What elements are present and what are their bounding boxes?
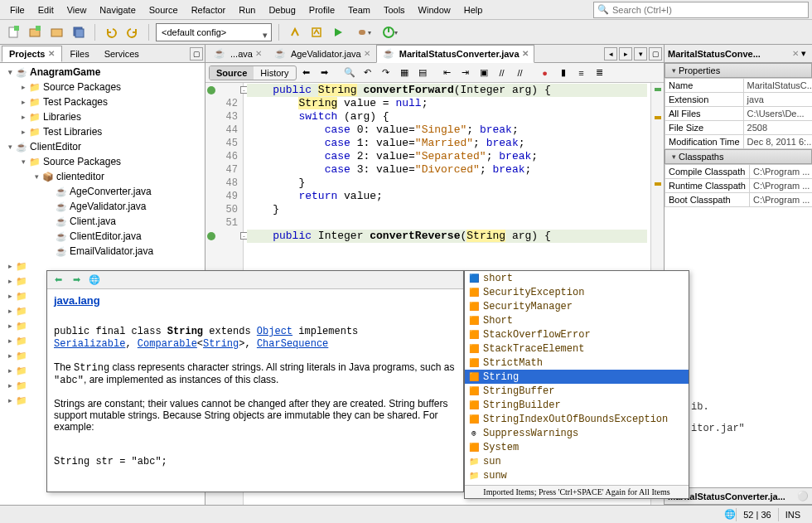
completion-item[interactable]: 🟧StringBuffer bbox=[465, 384, 689, 398]
close-icon[interactable]: ✕ bbox=[364, 49, 370, 58]
profile-button[interactable] bbox=[377, 23, 400, 41]
completion-item[interactable]: 🟧SecurityException bbox=[465, 285, 689, 299]
bookmark-button[interactable]: ▮ bbox=[555, 65, 572, 81]
run-button[interactable] bbox=[329, 23, 347, 41]
object-link[interactable]: Object bbox=[257, 326, 292, 337]
completion-item[interactable]: 🟧StringBuilder bbox=[465, 398, 689, 412]
tree-node[interactable]: ☕ClientEditor.java bbox=[2, 229, 203, 244]
tree-node[interactable]: ▸📁Libraries bbox=[2, 109, 203, 124]
menu-tools[interactable]: Tools bbox=[377, 2, 412, 18]
breakpoint-button[interactable]: ● bbox=[537, 65, 553, 81]
tab-next-button[interactable]: ▸ bbox=[619, 47, 632, 61]
menu-run[interactable]: Run bbox=[232, 2, 262, 18]
tab-max-button[interactable]: ▢ bbox=[649, 47, 662, 61]
global-search[interactable]: 🔍 bbox=[593, 2, 809, 18]
tree-twisty[interactable]: ▾ bbox=[5, 143, 15, 151]
tab-prev-button[interactable]: ◂ bbox=[604, 47, 617, 61]
menu-profile[interactable]: Profile bbox=[302, 2, 341, 18]
property-row[interactable]: Boot ClasspathC:\Program ... bbox=[665, 193, 813, 207]
menu-window[interactable]: Window bbox=[412, 2, 457, 18]
property-row[interactable]: All FilesC:\Users\De... bbox=[665, 107, 813, 121]
comment-button[interactable]: // bbox=[494, 65, 510, 81]
misc-button-2[interactable]: ≣ bbox=[592, 65, 608, 81]
config-select[interactable]: <default config> bbox=[156, 23, 272, 41]
source-history-toggle[interactable]: Source History bbox=[209, 65, 297, 80]
misc-button-1[interactable]: ≡ bbox=[573, 65, 590, 81]
nav-back-button[interactable]: ⬅ bbox=[298, 65, 315, 81]
property-row[interactable]: Modification TimeDec 8, 2011 6:... bbox=[665, 135, 813, 149]
tree-twisty[interactable]: ▸ bbox=[18, 98, 28, 106]
prop-section-header[interactable]: ▾Properties bbox=[665, 63, 812, 78]
completion-item[interactable]: 🟧StrictMath bbox=[465, 356, 689, 370]
code-completion-popup[interactable]: 🟦short🟧SecurityException🟧SecurityManager… bbox=[464, 270, 689, 499]
highlight-button[interactable]: ▦ bbox=[396, 65, 413, 81]
menu-refactor[interactable]: Refactor bbox=[185, 2, 233, 18]
find-button[interactable]: 🔍 bbox=[341, 65, 358, 81]
tree-twisty[interactable]: ▾ bbox=[5, 68, 15, 76]
menu-help[interactable]: Help bbox=[457, 2, 490, 18]
editor-tab[interactable]: ☕MaritalStatusConverter.java✕ bbox=[376, 45, 534, 63]
completion-item[interactable]: 🟦short bbox=[465, 271, 689, 285]
property-row[interactable]: Extensionjava bbox=[665, 93, 813, 107]
close-icon[interactable]: ✕ bbox=[255, 49, 262, 58]
tree-twisty[interactable]: ▸ bbox=[18, 128, 28, 136]
history-tab[interactable]: History bbox=[254, 66, 295, 80]
property-row[interactable]: File Size2508 bbox=[665, 121, 813, 135]
completion-item[interactable]: 🟧SecurityManager bbox=[465, 299, 689, 313]
tree-node[interactable]: ▸📁Test Libraries bbox=[2, 124, 203, 139]
shift-left-button[interactable]: ⇤ bbox=[439, 65, 456, 81]
new-file-button[interactable] bbox=[5, 23, 23, 41]
javadoc-package-link[interactable]: java.lang bbox=[54, 294, 100, 307]
left-tab-projects[interactable]: Projects✕ bbox=[2, 46, 62, 62]
jd-fwd-button[interactable]: ➡ bbox=[69, 273, 84, 288]
open-button[interactable] bbox=[48, 23, 66, 41]
clean-build-button[interactable] bbox=[307, 23, 326, 41]
prop-section-header[interactable]: ▾Classpaths bbox=[665, 149, 812, 164]
comparable-link[interactable]: Comparable bbox=[138, 338, 197, 350]
tree-node[interactable]: ☕EmailValidator.java bbox=[2, 244, 203, 259]
tree-node[interactable]: ▸📁Source Packages bbox=[2, 80, 203, 94]
menu-file[interactable]: File bbox=[3, 2, 31, 18]
source-tab[interactable]: Source bbox=[210, 66, 254, 80]
macro-button[interactable]: ▣ bbox=[476, 65, 492, 81]
tree-node[interactable]: ▸📁Test Packages bbox=[2, 94, 203, 109]
search-input[interactable] bbox=[612, 5, 805, 15]
completion-item[interactable]: 🟧StringIndexOutOfBoundsException bbox=[465, 412, 689, 426]
menu-navigate[interactable]: Navigate bbox=[93, 2, 142, 18]
new-project-button[interactable] bbox=[27, 23, 45, 41]
completion-item[interactable]: 🟧System bbox=[465, 440, 689, 454]
uncomment-button[interactable]: // bbox=[512, 65, 529, 81]
find-prev-button[interactable]: ↶ bbox=[360, 65, 376, 81]
menu-edit[interactable]: Edit bbox=[31, 2, 60, 18]
menu-debug[interactable]: Debug bbox=[262, 2, 302, 18]
redo-button[interactable] bbox=[123, 23, 142, 41]
nav-fwd-button[interactable]: ➡ bbox=[317, 65, 333, 81]
completion-item[interactable]: 🟧String bbox=[465, 370, 689, 384]
undo-button[interactable] bbox=[102, 23, 120, 41]
debug-button[interactable] bbox=[350, 23, 374, 41]
completion-item[interactable]: ⊚SuppressWarnings bbox=[465, 426, 689, 440]
completion-item[interactable]: 📁sun bbox=[465, 454, 689, 468]
tree-twisty[interactable]: ▸ bbox=[18, 83, 28, 91]
tree-twisty[interactable]: ▾ bbox=[18, 157, 28, 166]
close-icon[interactable]: ✕ bbox=[522, 49, 529, 58]
menu-view[interactable]: View bbox=[60, 2, 94, 18]
find-next-button[interactable]: ↷ bbox=[378, 65, 394, 81]
navigator-help-icon[interactable]: ⚪ bbox=[797, 491, 809, 501]
property-row[interactable]: Runtime ClasspathC:\Program ... bbox=[665, 179, 813, 193]
tree-twisty[interactable]: ▾ bbox=[31, 172, 41, 181]
tab-list-button[interactable]: ▾ bbox=[634, 47, 647, 61]
tree-node[interactable]: ☕AgeConverter.java bbox=[2, 184, 203, 199]
tree-node[interactable]: ☕Client.java bbox=[2, 214, 203, 229]
tree-node[interactable]: ▾☕ClientEditor bbox=[2, 139, 203, 154]
close-icon[interactable]: ✕ bbox=[792, 49, 799, 58]
completion-item[interactable]: 🟧StackOverflowError bbox=[465, 327, 689, 341]
serializable-link[interactable]: Serializable bbox=[54, 338, 125, 350]
tree-node[interactable]: ☕AgeValidator.java bbox=[2, 199, 203, 214]
string-link[interactable]: String bbox=[203, 338, 239, 350]
editor-tab[interactable]: ☕...ava✕ bbox=[207, 45, 268, 63]
property-row[interactable]: NameMaritalStatusC... bbox=[665, 79, 813, 93]
jd-back-button[interactable]: ⬅ bbox=[51, 273, 65, 288]
completion-item[interactable]: 📁sunw bbox=[465, 468, 689, 482]
close-icon[interactable]: ✕ bbox=[48, 49, 55, 58]
